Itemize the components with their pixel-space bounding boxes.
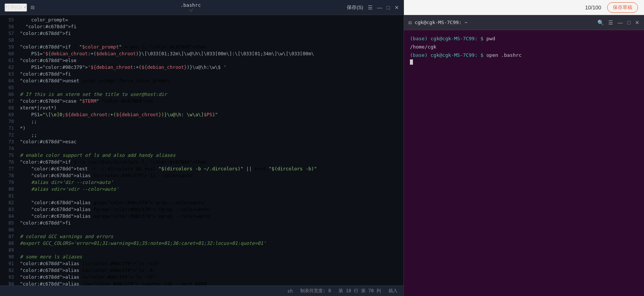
position-status: 第 18 行 第 70 列 [339,288,381,294]
terminal-cmd-1: pwd [487,35,495,43]
code-line-64: "color:#c678dd">unset color_prompt force… [20,77,401,84]
editor-content: 5556575859606162636465666768697071727374… [0,15,404,285]
editor-titlebar: 打开(O) ▾ ⊡ .bashrc ~/ 保存(S) ☰ — □ ✕ [0,0,404,15]
code-line-89 [20,247,401,253]
tab-size-status: 制表符宽度: 8 [300,288,331,294]
terminal-content[interactable]: (base) cgk@cgk-MS-7C99: $ pwd /home/cgk … [404,30,644,296]
title-left: 打开(O) ▾ ⊡ [5,3,34,12]
title-right: 保存(S) ☰ — □ ✕ [347,4,399,11]
terminal-menu-button[interactable]: ☰ [608,20,613,26]
code-line-94: "color:#c678dd">alias jup="color:#98c379… [20,281,401,285]
code-line-67: "color:#c678dd">case "$TERM" "color:#c67… [20,98,401,105]
code-line-92: "color:#c678dd">alias la="color:#98c379"… [20,267,401,274]
terminal-line-2: (base) cgk@cgk-MS-7C99: $ open .bashrc [410,51,638,59]
code-line-55: color_prompt= [20,17,401,23]
terminal-file-icon: ⊡ [408,20,411,26]
code-line-88: #export GCC_COLORS='error=01;31:warning=… [20,240,401,247]
terminal-cursor [410,59,413,65]
code-line-68: xterm*|rxvt*) [20,105,401,111]
code-line-87: # colored GCC warnings and errors [20,233,401,240]
file-name: .bashrc [180,2,201,8]
save-button[interactable]: 保存(S) [347,4,363,11]
code-line-61: "color:#c678dd">else [20,57,401,64]
code-line-70: ;; [20,118,401,125]
code-line-80: #alias vdir='vdir --color=auto' [20,186,401,193]
code-line-63: "color:#c678dd">fi [20,71,401,77]
minimize-button[interactable]: — [377,5,382,11]
draft-button[interactable]: 保存草稿 [607,2,638,13]
terminal-prompt-1: (base) cgk@cgk-MS-7C99: $ [410,35,487,43]
code-line-72: ;; [20,132,401,138]
dropdown-arrow-icon: ▾ [24,5,26,10]
terminal-search-button[interactable]: 🔍 [597,20,604,26]
terminal-minimize-button[interactable]: — [618,20,623,26]
terminal-title: cgk@cgk-MS-7C99: ~ [414,20,467,25]
encoding-status: sh [287,288,293,294]
code-line-65 [20,84,401,91]
counter: 10/100 [585,5,601,11]
code-line-66: # If this is an xterm set the title to u… [20,91,401,98]
menu-button[interactable]: ☰ [368,5,373,11]
code-line-93: "color:#c678dd">alias l="color:#98c379">… [20,274,401,281]
maximize-button[interactable]: □ [387,5,390,11]
file-icon[interactable]: ⊡ [31,4,35,11]
code-line-74 [20,145,401,152]
terminal-prompt-2: (base) cgk@cgk-MS-7C99: $ [410,51,487,59]
terminal-close-button[interactable]: ✕ [635,20,639,26]
terminal-titlebar: ⊡ cgk@cgk-MS-7C99: ~ 🔍 ☰ — □ ✕ [404,15,644,30]
code-line-73: "color:#c678dd">esac [20,138,401,145]
terminal-output-text-1: /home/cgk [410,43,436,51]
code-line-90: # some more ls aliases [20,253,401,260]
line-numbers: 5556575859606162636465666768697071727374… [0,15,17,285]
code-line-76: "color:#c678dd">if [ -x /usr/bin/dircolo… [20,159,401,165]
editor-pane: 打开(O) ▾ ⊡ .bashrc ~/ 保存(S) ☰ — □ ✕ 55565… [0,0,404,296]
code-line-81 [20,193,401,199]
terminal-title-left: ⊡ cgk@cgk-MS-7C99: ~ [408,20,467,26]
terminal-cmd-2: open .bashrc [487,51,522,59]
open-label: 打开(O) [5,4,22,11]
open-button[interactable]: 打开(O) ▾ [5,3,27,12]
terminal-line-1: (base) cgk@cgk-MS-7C99: $ pwd [410,35,638,43]
editor-statusbar: sh 制表符宽度: 8 第 18 行 第 70 列 插入 [0,285,404,296]
code-line-77: "color:#c678dd">test -r ~/.dircolors && … [20,165,401,172]
code-line-84: "color:#c678dd">alias egrep="color:#98c3… [20,213,401,220]
code-line-57: "color:#c678dd">fi [20,30,401,37]
code-line-91: "color:#c678dd">alias ll="color:#98c379"… [20,260,401,267]
code-line-62: PS1="color:#98c379">'${debian_chroot:+($… [20,64,401,71]
top-bar: 10/100 保存草稿 [404,0,644,15]
code-area[interactable]: color_prompt= "color:#c678dd">fi"color:#… [17,15,404,285]
code-line-82: "color:#c678dd">alias grep="color:#98c37… [20,199,401,206]
mode-status: 插入 [389,288,398,294]
code-line-60: PS1='${debian_chroot:+($debian_chroot)}\… [20,50,401,57]
code-line-75: # enable color support of ls and also ad… [20,152,401,159]
code-line-85: "color:#c678dd">fi [20,220,401,226]
terminal-cursor-line [410,59,638,65]
code-line-69: PS1="\[\e]0;${debian_chroot:+(${debian_c… [20,111,401,118]
code-line-78: "color:#c678dd">alias ls="color:#98c379"… [20,172,401,179]
file-path: ~/ [188,8,193,13]
title-center: .bashrc ~/ [180,2,201,13]
terminal-pane: 10/100 保存草稿 ⊡ cgk@cgk-MS-7C99: ~ 🔍 ☰ — □… [404,0,644,296]
terminal-output-1: /home/cgk [410,43,638,51]
close-button[interactable]: ✕ [395,5,399,11]
code-line-59: "color:#c678dd">if [ "$color_prompt" = y… [20,44,401,50]
code-line-86 [20,226,401,233]
code-line-83: "color:#c678dd">alias fgrep="color:#98c3… [20,206,401,213]
code-line-56: "color:#c678dd">fi [20,23,401,30]
code-line-71: *) [20,125,401,132]
terminal-title-right: 🔍 ☰ — □ ✕ [597,20,639,26]
code-line-58 [20,37,401,44]
code-line-79: #alias dir='dir --color=auto' [20,179,401,186]
terminal-maximize-button[interactable]: □ [627,20,630,26]
